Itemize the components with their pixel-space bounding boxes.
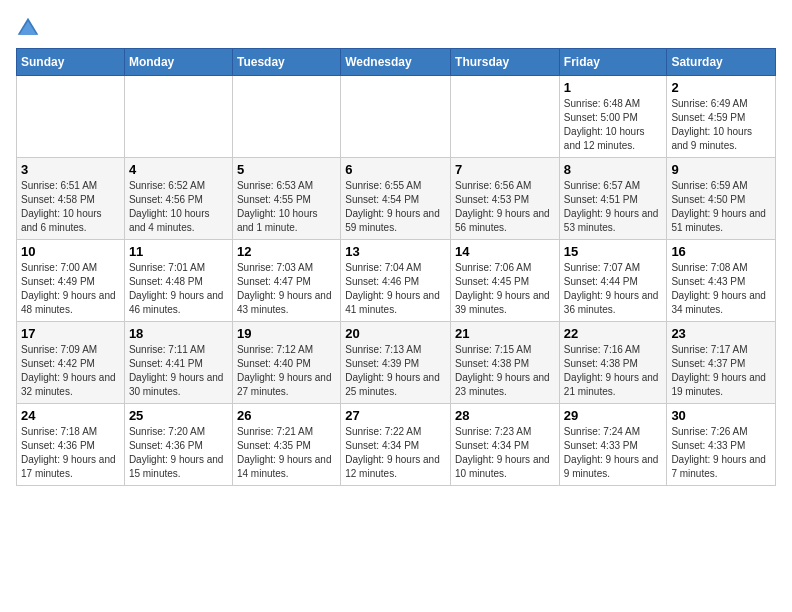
page-header [16,16,776,40]
day-number: 15 [564,244,663,259]
calendar-cell: 23Sunrise: 7:17 AM Sunset: 4:37 PM Dayli… [667,322,776,404]
calendar-cell: 24Sunrise: 7:18 AM Sunset: 4:36 PM Dayli… [17,404,125,486]
day-info: Sunrise: 6:55 AM Sunset: 4:54 PM Dayligh… [345,179,446,235]
day-info: Sunrise: 7:08 AM Sunset: 4:43 PM Dayligh… [671,261,771,317]
calendar-week-row: 1Sunrise: 6:48 AM Sunset: 5:00 PM Daylig… [17,76,776,158]
calendar-cell: 7Sunrise: 6:56 AM Sunset: 4:53 PM Daylig… [451,158,560,240]
day-number: 21 [455,326,555,341]
day-number: 4 [129,162,228,177]
day-info: Sunrise: 7:13 AM Sunset: 4:39 PM Dayligh… [345,343,446,399]
day-info: Sunrise: 7:24 AM Sunset: 4:33 PM Dayligh… [564,425,663,481]
calendar-cell: 27Sunrise: 7:22 AM Sunset: 4:34 PM Dayli… [341,404,451,486]
day-info: Sunrise: 7:00 AM Sunset: 4:49 PM Dayligh… [21,261,120,317]
day-info: Sunrise: 7:06 AM Sunset: 4:45 PM Dayligh… [455,261,555,317]
day-number: 9 [671,162,771,177]
day-number: 14 [455,244,555,259]
calendar-cell [17,76,125,158]
day-info: Sunrise: 7:04 AM Sunset: 4:46 PM Dayligh… [345,261,446,317]
day-number: 23 [671,326,771,341]
day-number: 7 [455,162,555,177]
calendar-cell: 17Sunrise: 7:09 AM Sunset: 4:42 PM Dayli… [17,322,125,404]
day-number: 11 [129,244,228,259]
day-number: 16 [671,244,771,259]
calendar-cell: 1Sunrise: 6:48 AM Sunset: 5:00 PM Daylig… [559,76,667,158]
calendar-cell: 2Sunrise: 6:49 AM Sunset: 4:59 PM Daylig… [667,76,776,158]
column-header-thursday: Thursday [451,49,560,76]
day-number: 8 [564,162,663,177]
day-number: 12 [237,244,336,259]
calendar-cell: 16Sunrise: 7:08 AM Sunset: 4:43 PM Dayli… [667,240,776,322]
day-number: 1 [564,80,663,95]
day-info: Sunrise: 7:03 AM Sunset: 4:47 PM Dayligh… [237,261,336,317]
calendar-cell: 29Sunrise: 7:24 AM Sunset: 4:33 PM Dayli… [559,404,667,486]
day-number: 26 [237,408,336,423]
calendar-week-row: 17Sunrise: 7:09 AM Sunset: 4:42 PM Dayli… [17,322,776,404]
calendar-week-row: 24Sunrise: 7:18 AM Sunset: 4:36 PM Dayli… [17,404,776,486]
column-header-wednesday: Wednesday [341,49,451,76]
day-info: Sunrise: 7:16 AM Sunset: 4:38 PM Dayligh… [564,343,663,399]
day-info: Sunrise: 6:48 AM Sunset: 5:00 PM Dayligh… [564,97,663,153]
day-number: 25 [129,408,228,423]
calendar-cell: 5Sunrise: 6:53 AM Sunset: 4:55 PM Daylig… [232,158,340,240]
day-number: 27 [345,408,446,423]
day-info: Sunrise: 7:18 AM Sunset: 4:36 PM Dayligh… [21,425,120,481]
day-info: Sunrise: 7:22 AM Sunset: 4:34 PM Dayligh… [345,425,446,481]
calendar-cell: 6Sunrise: 6:55 AM Sunset: 4:54 PM Daylig… [341,158,451,240]
day-number: 2 [671,80,771,95]
calendar-cell: 25Sunrise: 7:20 AM Sunset: 4:36 PM Dayli… [124,404,232,486]
day-number: 19 [237,326,336,341]
calendar-cell: 22Sunrise: 7:16 AM Sunset: 4:38 PM Dayli… [559,322,667,404]
day-number: 6 [345,162,446,177]
day-number: 24 [21,408,120,423]
calendar-cell: 11Sunrise: 7:01 AM Sunset: 4:48 PM Dayli… [124,240,232,322]
day-number: 20 [345,326,446,341]
calendar-cell: 4Sunrise: 6:52 AM Sunset: 4:56 PM Daylig… [124,158,232,240]
calendar-cell: 21Sunrise: 7:15 AM Sunset: 4:38 PM Dayli… [451,322,560,404]
calendar-cell: 14Sunrise: 7:06 AM Sunset: 4:45 PM Dayli… [451,240,560,322]
day-info: Sunrise: 7:23 AM Sunset: 4:34 PM Dayligh… [455,425,555,481]
day-info: Sunrise: 6:52 AM Sunset: 4:56 PM Dayligh… [129,179,228,235]
column-header-monday: Monday [124,49,232,76]
calendar-cell: 3Sunrise: 6:51 AM Sunset: 4:58 PM Daylig… [17,158,125,240]
calendar-cell [124,76,232,158]
day-info: Sunrise: 6:57 AM Sunset: 4:51 PM Dayligh… [564,179,663,235]
calendar-cell: 19Sunrise: 7:12 AM Sunset: 4:40 PM Dayli… [232,322,340,404]
day-number: 3 [21,162,120,177]
day-number: 29 [564,408,663,423]
day-info: Sunrise: 7:26 AM Sunset: 4:33 PM Dayligh… [671,425,771,481]
calendar-cell: 9Sunrise: 6:59 AM Sunset: 4:50 PM Daylig… [667,158,776,240]
day-info: Sunrise: 7:01 AM Sunset: 4:48 PM Dayligh… [129,261,228,317]
day-info: Sunrise: 7:15 AM Sunset: 4:38 PM Dayligh… [455,343,555,399]
day-info: Sunrise: 7:17 AM Sunset: 4:37 PM Dayligh… [671,343,771,399]
day-number: 30 [671,408,771,423]
day-number: 18 [129,326,228,341]
day-number: 10 [21,244,120,259]
day-info: Sunrise: 6:56 AM Sunset: 4:53 PM Dayligh… [455,179,555,235]
column-header-tuesday: Tuesday [232,49,340,76]
day-info: Sunrise: 7:07 AM Sunset: 4:44 PM Dayligh… [564,261,663,317]
calendar-cell [341,76,451,158]
calendar-cell [232,76,340,158]
day-info: Sunrise: 7:21 AM Sunset: 4:35 PM Dayligh… [237,425,336,481]
day-number: 13 [345,244,446,259]
calendar-header-row: SundayMondayTuesdayWednesdayThursdayFrid… [17,49,776,76]
day-info: Sunrise: 6:51 AM Sunset: 4:58 PM Dayligh… [21,179,120,235]
calendar-cell: 15Sunrise: 7:07 AM Sunset: 4:44 PM Dayli… [559,240,667,322]
calendar-cell: 26Sunrise: 7:21 AM Sunset: 4:35 PM Dayli… [232,404,340,486]
logo [16,16,44,40]
day-info: Sunrise: 7:11 AM Sunset: 4:41 PM Dayligh… [129,343,228,399]
day-info: Sunrise: 7:12 AM Sunset: 4:40 PM Dayligh… [237,343,336,399]
calendar-week-row: 10Sunrise: 7:00 AM Sunset: 4:49 PM Dayli… [17,240,776,322]
day-info: Sunrise: 7:20 AM Sunset: 4:36 PM Dayligh… [129,425,228,481]
column-header-sunday: Sunday [17,49,125,76]
calendar-table: SundayMondayTuesdayWednesdayThursdayFrid… [16,48,776,486]
day-info: Sunrise: 7:09 AM Sunset: 4:42 PM Dayligh… [21,343,120,399]
day-number: 22 [564,326,663,341]
day-number: 28 [455,408,555,423]
day-number: 5 [237,162,336,177]
column-header-friday: Friday [559,49,667,76]
column-header-saturday: Saturday [667,49,776,76]
calendar-cell [451,76,560,158]
calendar-cell: 10Sunrise: 7:00 AM Sunset: 4:49 PM Dayli… [17,240,125,322]
calendar-cell: 28Sunrise: 7:23 AM Sunset: 4:34 PM Dayli… [451,404,560,486]
